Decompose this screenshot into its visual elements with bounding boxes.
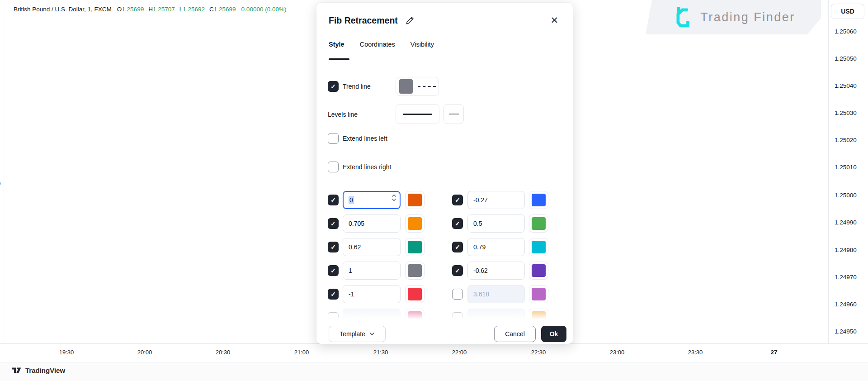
tab-visibility[interactable]: Visibility bbox=[410, 41, 434, 48]
level-color-swatch[interactable] bbox=[529, 214, 548, 233]
levels-line-width-button[interactable] bbox=[396, 104, 439, 124]
ok-button[interactable]: Ok bbox=[541, 326, 566, 342]
level-value-input[interactable]: 0.5 bbox=[467, 214, 525, 233]
symbol-title[interactable]: British Pound / U.S. Dollar, 1, FXCM bbox=[14, 6, 112, 13]
price-tick[interactable]: 1.24980 bbox=[835, 247, 857, 253]
color-fill bbox=[532, 241, 546, 253]
level-value-input[interactable]: 0.62 bbox=[343, 238, 401, 256]
level-value-input[interactable]: 0.79 bbox=[467, 238, 525, 256]
level-value-text: -1 bbox=[349, 291, 354, 298]
extend-lines-right-label: Extend lines right bbox=[343, 162, 391, 172]
time-tick: 21:00 bbox=[294, 349, 309, 356]
level-value-input[interactable]: 1 bbox=[343, 262, 401, 280]
level-color-swatch[interactable] bbox=[405, 214, 425, 233]
price-tick[interactable]: 1.25000 bbox=[835, 192, 857, 199]
extend-lines-right-checkbox[interactable] bbox=[328, 162, 339, 172]
time-tick: 23:00 bbox=[610, 349, 625, 356]
level-checkbox[interactable]: ✓ bbox=[328, 218, 339, 229]
level-color-swatch[interactable] bbox=[529, 285, 548, 303]
template-label: Template bbox=[340, 330, 365, 338]
close-icon[interactable]: ✕ bbox=[550, 15, 558, 25]
level-value-text: -0.27 bbox=[473, 196, 488, 204]
dialog-tabs: Style Coordinates Visibility bbox=[329, 41, 434, 48]
open-prefix: O bbox=[117, 6, 122, 13]
level-checkbox[interactable]: ✓ bbox=[328, 289, 339, 300]
tab-style[interactable]: Style bbox=[329, 41, 344, 48]
check-icon: ✓ bbox=[330, 220, 336, 227]
chevron-down-icon[interactable] bbox=[392, 198, 396, 201]
price-tick[interactable]: 1.24950 bbox=[835, 328, 857, 335]
check-icon: ✓ bbox=[455, 267, 460, 274]
cancel-button[interactable]: Cancel bbox=[494, 326, 536, 342]
level-color-swatch[interactable] bbox=[405, 285, 425, 303]
trading-finder-watermark: Trading Finder bbox=[646, 0, 821, 34]
check-icon: ✓ bbox=[330, 243, 336, 251]
level-color-swatch[interactable] bbox=[529, 191, 548, 209]
time-tick: 22:00 bbox=[452, 349, 467, 356]
price-tick[interactable]: 1.24990 bbox=[835, 219, 857, 226]
level-value-text: 0 bbox=[349, 196, 354, 204]
level-color-swatch[interactable] bbox=[405, 262, 425, 280]
level-checkbox[interactable]: ✓ bbox=[452, 242, 463, 252]
level-color-swatch[interactable] bbox=[405, 191, 425, 209]
tab-coordinates[interactable]: Coordinates bbox=[360, 41, 395, 48]
price-tick[interactable]: 1.24970 bbox=[835, 274, 857, 281]
level-color-swatch[interactable] bbox=[529, 262, 548, 280]
price-tick[interactable]: 1.24960 bbox=[835, 301, 857, 308]
time-tick: 20:30 bbox=[216, 349, 231, 356]
price-tick[interactable]: 1.25060 bbox=[835, 28, 857, 35]
level-value-input[interactable]: -0.27 bbox=[467, 191, 525, 209]
levels-line-label: Levels line bbox=[328, 109, 358, 120]
tradingview-logo[interactable]: TradingView bbox=[11, 367, 65, 374]
level-checkbox[interactable] bbox=[452, 289, 463, 300]
number-stepper[interactable] bbox=[392, 194, 396, 201]
template-dropdown-button[interactable]: Template bbox=[329, 326, 386, 342]
close-prefix: C bbox=[209, 6, 214, 13]
check-icon: ✓ bbox=[455, 196, 460, 204]
level-value-input[interactable]: 0.705 bbox=[343, 214, 401, 233]
scroll-fade-overlay bbox=[317, 304, 572, 319]
symbol-ohlc-bar: British Pound / U.S. Dollar, 1, FXCM O1.… bbox=[14, 6, 286, 13]
trend-line-style-button[interactable] bbox=[396, 77, 439, 96]
time-tick: 20:00 bbox=[137, 349, 152, 356]
level-checkbox[interactable]: ✓ bbox=[452, 218, 463, 229]
level-checkbox[interactable]: ✓ bbox=[452, 195, 463, 205]
close-value: 1.25699 bbox=[214, 6, 236, 13]
trend-line-color-swatch[interactable] bbox=[399, 79, 413, 94]
level-value-input[interactable]: 0 bbox=[343, 191, 401, 209]
dialog-header: Fib Retracement bbox=[329, 15, 415, 26]
level-value-text: 0.79 bbox=[473, 243, 486, 251]
tradingview-logo-text: TradingView bbox=[25, 367, 65, 374]
level-value-text: -0.62 bbox=[473, 267, 488, 274]
currency-toggle-button[interactable]: USD bbox=[831, 4, 864, 19]
level-checkbox[interactable]: ✓ bbox=[452, 265, 463, 276]
price-tick[interactable]: 1.25030 bbox=[835, 110, 857, 116]
levels-line-style-button[interactable] bbox=[443, 104, 464, 124]
level-value-input[interactable]: -0.62 bbox=[467, 262, 525, 280]
dialog-footer: Template Cancel Ok bbox=[316, 319, 573, 344]
time-axis[interactable]: 19:30 20:00 20:30 21:00 21:30 22:00 22:3… bbox=[0, 343, 868, 362]
low-value: 1.25692 bbox=[183, 6, 205, 13]
extend-lines-left-checkbox[interactable] bbox=[328, 133, 339, 144]
chart-left-border bbox=[4, 0, 4, 343]
chevron-up-icon[interactable] bbox=[392, 194, 396, 197]
watermark-brand-text: Trading Finder bbox=[700, 10, 795, 24]
level-value-input[interactable]: 3.618 bbox=[467, 285, 525, 303]
check-icon: ✓ bbox=[455, 220, 460, 227]
level-value-input[interactable]: -1 bbox=[343, 285, 401, 303]
color-fill bbox=[532, 264, 546, 277]
trend-line-checkbox[interactable]: ✓ bbox=[328, 81, 339, 92]
level-color-swatch[interactable] bbox=[405, 238, 425, 256]
price-tick[interactable]: 1.25010 bbox=[835, 164, 857, 171]
level-color-swatch[interactable] bbox=[529, 238, 548, 256]
level-checkbox[interactable]: ✓ bbox=[328, 265, 339, 276]
price-tick[interactable]: 1.25050 bbox=[835, 55, 857, 62]
edit-pencil-icon[interactable] bbox=[405, 16, 415, 25]
level-checkbox[interactable]: ✓ bbox=[328, 195, 339, 205]
price-tick[interactable]: 1.25040 bbox=[835, 82, 857, 89]
color-fill bbox=[532, 194, 546, 206]
price-tick[interactable]: 1.25020 bbox=[835, 137, 857, 143]
chevron-down-icon bbox=[369, 332, 375, 336]
level-checkbox[interactable]: ✓ bbox=[328, 242, 339, 252]
tabs-separator bbox=[329, 60, 561, 60]
